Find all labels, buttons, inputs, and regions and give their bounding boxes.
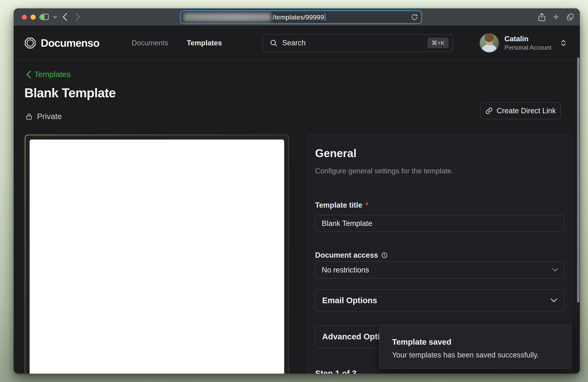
email-options-section[interactable]: Email Options <box>315 289 564 312</box>
link-icon <box>485 107 493 115</box>
app-navbar: Documenso Documents Templates Search ⌘+K… <box>14 26 580 60</box>
document-access-select[interactable]: No restrictions <box>315 261 564 278</box>
page-scrollbar[interactable] <box>577 57 579 303</box>
template-title-label: Template title * <box>315 201 564 210</box>
close-window-button[interactable] <box>22 15 27 20</box>
chevron-down-icon <box>552 268 558 272</box>
toast-title: Template saved <box>392 337 571 346</box>
toast-message: Your templates has been saved successful… <box>392 351 571 359</box>
account-name: Catalin <box>504 35 551 43</box>
document-page-blank[interactable] <box>30 139 284 374</box>
required-asterisk: * <box>365 201 368 210</box>
document-access-value: No restrictions <box>322 266 552 274</box>
general-description: Configure general settings for the templ… <box>315 167 564 175</box>
info-icon[interactable] <box>381 252 388 259</box>
template-title-value: Blank Template <box>322 219 372 228</box>
search-placeholder: Search <box>282 39 427 47</box>
toast-notification: Template saved Your templates has been s… <box>379 325 572 369</box>
template-title-input[interactable]: Blank Template <box>315 215 564 232</box>
avatar <box>480 33 499 53</box>
share-icon[interactable] <box>538 13 546 21</box>
sidebar-menu-chevron-icon[interactable] <box>53 16 57 18</box>
lock-icon <box>25 113 33 121</box>
email-options-label: Email Options <box>322 296 551 305</box>
text-caret <box>325 13 325 21</box>
divider <box>315 181 564 182</box>
sidebar-toggle-icon[interactable] <box>41 14 49 20</box>
account-type: Personal Account <box>504 44 551 51</box>
general-heading: General <box>315 147 564 160</box>
browser-toolbar: /templates/99999 <box>14 8 580 26</box>
brand-name: Documenso <box>41 37 99 49</box>
document-preview-card <box>25 135 289 374</box>
search-input[interactable]: Search ⌘+K <box>263 34 453 52</box>
nav-link-documents[interactable]: Documents <box>132 39 168 47</box>
visibility-row: Private <box>25 112 62 121</box>
breadcrumb-back-link[interactable]: Templates <box>26 70 71 79</box>
chevron-left-icon <box>26 70 32 79</box>
forward-button-icon[interactable] <box>75 13 81 21</box>
chevron-down-icon <box>551 298 557 303</box>
visibility-label: Private <box>37 112 62 121</box>
create-direct-link-button[interactable]: Create Direct Link <box>481 102 561 119</box>
document-preview-frame <box>25 135 289 374</box>
nav-link-templates[interactable]: Templates <box>187 39 222 47</box>
chevrons-up-down-icon <box>560 39 567 47</box>
account-menu[interactable]: Catalin Personal Account <box>480 33 567 53</box>
reload-icon[interactable] <box>411 13 418 21</box>
address-bar[interactable]: /templates/99999 <box>181 11 421 23</box>
new-tab-icon[interactable] <box>552 13 560 21</box>
breadcrumb-label: Templates <box>34 70 71 79</box>
back-button-icon[interactable] <box>62 13 67 21</box>
minimize-window-button[interactable] <box>31 15 36 20</box>
url-path-text: /templates/99999 <box>273 13 324 21</box>
page-title: Blank Template <box>24 85 116 100</box>
tab-overview-icon[interactable] <box>566 13 574 21</box>
search-shortcut-badge: ⌘+K <box>427 38 449 48</box>
search-icon <box>270 39 277 47</box>
documenso-rosette-icon <box>24 37 36 49</box>
create-direct-link-label: Create Direct Link <box>497 107 556 115</box>
redacted-domain-blur <box>184 13 271 21</box>
browser-window: /templates/99999 Documenso D <box>14 8 580 374</box>
step-indicator: Step 1 of 3 <box>315 369 564 374</box>
document-access-label: Document access <box>315 251 564 259</box>
documenso-logo[interactable]: Documenso <box>24 37 99 49</box>
